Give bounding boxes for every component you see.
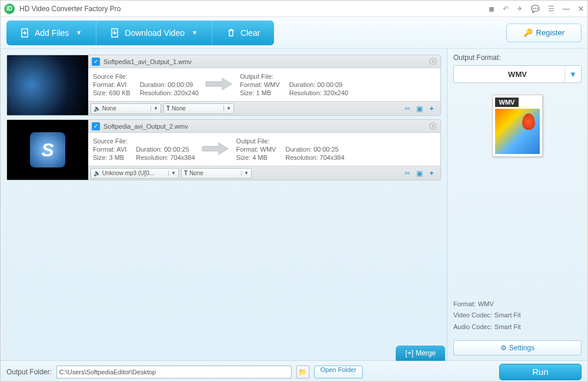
- menu-icon[interactable]: ☰: [548, 5, 554, 13]
- toolbar: Add Files ▼ Download Video ▼ Clear 🔑 Reg…: [1, 17, 587, 49]
- download-video-button[interactable]: Download Video ▼: [96, 21, 212, 45]
- subtitle-dropdown[interactable]: T None▼: [181, 168, 252, 179]
- add-files-label: Add Files: [35, 28, 69, 38]
- gear-icon: ⚙: [500, 344, 507, 352]
- undo-icon[interactable]: ↶: [503, 5, 509, 13]
- clear-label: Clear: [240, 28, 260, 38]
- register-label: Register: [536, 28, 564, 37]
- format-badge: WMV: [495, 98, 519, 107]
- output-folder-label: Output Folder:: [6, 368, 52, 376]
- format-info: Format: WMV Video Codec: Smart Fit Audio…: [453, 299, 582, 337]
- output-format-title: Output Format:: [453, 53, 582, 62]
- download-icon: [111, 28, 120, 38]
- add-file-icon: [21, 28, 30, 38]
- output-file-label: Output File:: [236, 138, 345, 145]
- file-name: Softpedia_avi_Output_2.wmv: [103, 123, 188, 130]
- download-video-label: Download Video: [125, 28, 185, 38]
- arrow-icon: [195, 140, 236, 158]
- open-folder-label: Open Folder: [320, 366, 356, 373]
- run-button[interactable]: Run: [499, 364, 582, 380]
- chevron-down-icon: ▼: [564, 66, 581, 82]
- add-files-button[interactable]: Add Files ▼: [6, 21, 96, 45]
- file-thumbnail[interactable]: S: [7, 120, 88, 180]
- facebook-icon[interactable]: ◼: [489, 5, 495, 13]
- remove-file-icon[interactable]: ⓧ: [429, 121, 437, 132]
- file-thumbnail[interactable]: [7, 55, 88, 115]
- settings-button[interactable]: ⚙ Settings: [453, 340, 582, 356]
- chevron-down-icon: ▼: [192, 29, 198, 36]
- format-preview: WMV: [453, 83, 582, 169]
- trash-icon: [226, 28, 236, 38]
- settings-label: Settings: [509, 344, 534, 352]
- effects-icon[interactable]: ✦: [429, 105, 435, 113]
- output-folder-input[interactable]: C:\Users\SoftpediaEditor\Desktop: [56, 366, 292, 378]
- speaker-icon: 🔈: [93, 170, 101, 176]
- source-file-label: Source File:: [93, 138, 195, 145]
- feedback-icon[interactable]: 💬: [531, 5, 540, 13]
- file-name: Softpedia1_avi_Output_1.wmv: [103, 58, 192, 65]
- file-item: S ✓ Softpedia_avi_Output_2.wmv ⓧ Source …: [6, 119, 441, 180]
- bottom-bar: [+] Merge Output Folder: C:\Users\Softpe…: [1, 360, 587, 382]
- minimize-icon[interactable]: —: [563, 5, 570, 13]
- share-icon[interactable]: ✈: [517, 5, 523, 13]
- format-thumbnail-icon: [495, 109, 540, 154]
- arrow-icon: [199, 76, 240, 93]
- audio-track-dropdown[interactable]: 🔈 Unknow mp3 (U[0...▼: [91, 168, 179, 179]
- cut-icon[interactable]: ✂: [405, 105, 410, 113]
- chevron-down-icon: ▼: [76, 29, 82, 36]
- subtitle-dropdown[interactable]: T None▼: [163, 103, 234, 114]
- remove-file-icon[interactable]: ⓧ: [429, 56, 437, 67]
- clear-button[interactable]: Clear: [212, 21, 274, 45]
- browse-folder-button[interactable]: 📁: [296, 366, 309, 378]
- output-file-label: Output File:: [240, 73, 348, 80]
- register-button[interactable]: 🔑 Register: [506, 24, 582, 42]
- audio-track-dropdown[interactable]: 🔈 None▼: [91, 103, 161, 114]
- title-bar: iD HD Video Converter Factory Pro ◼ ↶ ✈ …: [1, 1, 587, 17]
- speaker-icon: 🔈: [93, 105, 101, 112]
- file-checkbox[interactable]: ✓: [92, 58, 100, 66]
- open-folder-button[interactable]: Open Folder: [314, 366, 363, 378]
- cut-icon[interactable]: ✂: [405, 169, 410, 177]
- merge-label: Merge: [416, 349, 436, 357]
- key-icon: 🔑: [523, 28, 533, 37]
- close-icon[interactable]: ✕: [578, 5, 584, 13]
- run-label: Run: [532, 367, 549, 377]
- selected-format: WMV: [508, 70, 527, 79]
- merge-button[interactable]: [+] Merge: [396, 346, 445, 361]
- crop-icon[interactable]: ▣: [416, 169, 423, 177]
- source-file-label: Source File:: [93, 73, 199, 80]
- effects-icon[interactable]: ✦: [429, 169, 435, 177]
- output-format-panel: Output Format: WMV ▼ WMV Format: WMV Vid…: [447, 49, 587, 360]
- file-list: ✓ Softpedia1_avi_Output_1.wmv ⓧ Source F…: [1, 49, 447, 360]
- folder-icon: 📁: [298, 368, 307, 376]
- merge-icon: [+]: [405, 349, 413, 357]
- app-title: HD Video Converter Factory Pro: [19, 5, 489, 13]
- file-checkbox[interactable]: ✓: [92, 122, 100, 130]
- file-item: ✓ Softpedia1_avi_Output_1.wmv ⓧ Source F…: [6, 55, 441, 116]
- output-format-dropdown[interactable]: WMV ▼: [453, 65, 582, 83]
- crop-icon[interactable]: ▣: [416, 105, 423, 113]
- app-logo-icon: iD: [4, 4, 15, 14]
